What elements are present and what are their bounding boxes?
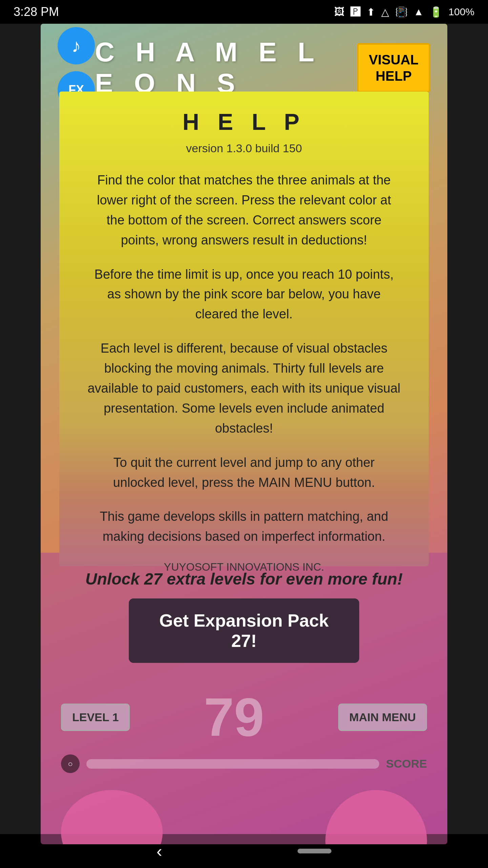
score-progress-bar	[86, 759, 379, 769]
help-title: H E L P	[86, 108, 402, 135]
help-paragraph-4: To quit the current level and jump to an…	[86, 453, 402, 493]
level-label[interactable]: LEVEL 1	[61, 704, 130, 731]
level-number: 79	[204, 690, 264, 744]
help-paragraph-1: Find the color that matches the three an…	[86, 170, 402, 250]
help-company: YUYOSOFT INNOVATIONS INC.	[86, 561, 402, 573]
visual-help-button[interactable]: VISUAL HELP	[357, 43, 430, 93]
help-paragraph-2: Before the time limit is up, once you re…	[86, 264, 402, 324]
color-button-right[interactable]	[325, 790, 427, 844]
color-buttons-row	[41, 783, 447, 844]
visual-help-line1: VISUAL	[369, 52, 419, 68]
wifi-icon: ▲	[414, 6, 424, 18]
status-icons: 🖼 🅿 ⬆ △ 📳 ▲ 🔋 100%	[334, 6, 474, 18]
score-icon: ○	[61, 754, 80, 773]
music-icon: ♪	[72, 35, 81, 57]
color-button-left[interactable]	[61, 790, 163, 844]
help-overlay: H E L P version 1.3.0 build 150 Find the…	[59, 92, 429, 566]
battery-icon: 🔋	[430, 6, 442, 18]
home-indicator[interactable]	[298, 849, 331, 853]
drive-icon: △	[381, 6, 389, 18]
help-paragraph-3: Each level is different, because of visu…	[86, 338, 402, 438]
bottom-section: Unlock 27 extra levels for even more fun…	[41, 553, 447, 844]
help-paragraph-5: This game develops skills in pattern mat…	[86, 507, 402, 547]
main-menu-button[interactable]: MAIN MENU	[338, 704, 427, 731]
get-expansion-button[interactable]: Get Expansion Pack 27!	[129, 598, 359, 663]
score-section: ○ SCORE	[41, 751, 447, 776]
music-button[interactable]: ♪	[58, 27, 95, 64]
level-bar: LEVEL 1 79 MAIN MENU	[41, 683, 447, 751]
game-container: ♪ FX C H A M E L E O N S VISUAL HELP H E…	[41, 24, 447, 844]
status-bar: 3:28 PM 🖼 🅿 ⬆ △ 📳 ▲ 🔋 100%	[0, 0, 488, 24]
parking-icon: 🅿	[350, 6, 361, 18]
battery-percentage: 100%	[448, 6, 474, 18]
upload-icon: ⬆	[367, 6, 375, 18]
score-label: SCORE	[386, 757, 427, 770]
game-title: C H A M E L E O N S	[95, 37, 357, 99]
help-version: version 1.3.0 build 150	[86, 142, 402, 155]
vibrate-icon: 📳	[395, 6, 408, 18]
status-time: 3:28 PM	[14, 5, 59, 19]
gallery-icon: 🖼	[334, 6, 344, 18]
visual-help-line2: HELP	[369, 68, 419, 84]
